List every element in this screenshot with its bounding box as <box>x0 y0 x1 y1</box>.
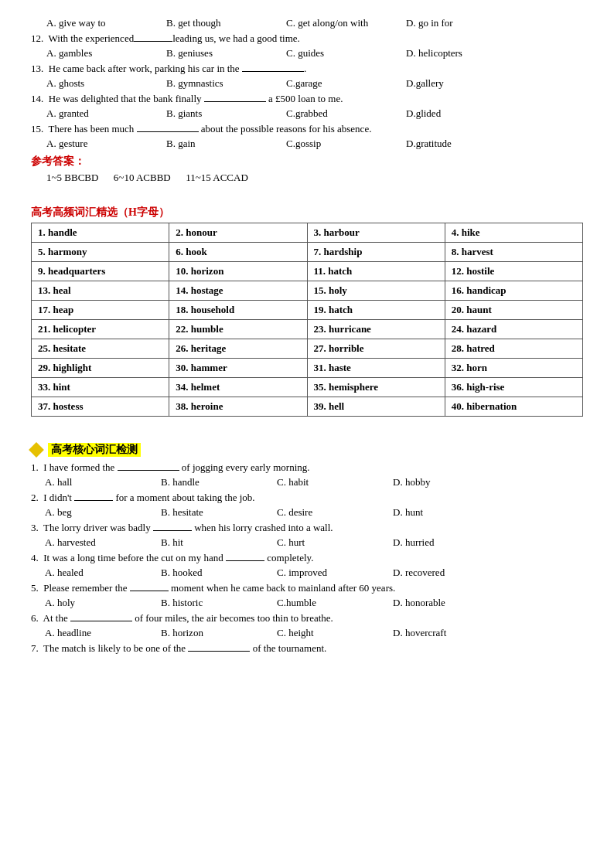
q15-options: A. gesture B. gain C.gossip D.gratitude <box>46 138 583 150</box>
vocab-cell: 22. humble <box>169 320 307 339</box>
vocab-cell: 9. headquarters <box>32 262 169 281</box>
header-options: A. give way to B. get though C. get alon… <box>46 17 583 29</box>
core-header: 高考核心词汇检测 <box>31 443 583 457</box>
vocab-cell: 16. handicap <box>445 281 582 301</box>
vocab-cell: 10. horizon <box>169 262 307 281</box>
vocab-cell: 3. harbour <box>307 223 445 243</box>
vocab-cell: 17. heap <box>32 301 169 320</box>
core-q5: 5. Please remember the moment when he ca… <box>31 582 583 594</box>
q13-options: A. ghosts B. gymnastics C.garage D.galle… <box>46 77 583 90</box>
vocab-cell: 6. hook <box>169 243 307 262</box>
question-13: 13. He came back after work, parking his… <box>31 63 583 75</box>
core-q6-options: A. headline B. horizon C. height D. hove… <box>45 627 583 639</box>
vocab-cell: 38. heroine <box>169 397 307 417</box>
vocab-cell: 36. high-rise <box>445 378 582 397</box>
question-12: 12. With the experiencedleading us, we h… <box>31 32 583 45</box>
vocab-cell: 31. haste <box>307 359 445 378</box>
vocab-cell: 25. hesitate <box>32 339 169 359</box>
vocab-cell: 34. helmet <box>169 378 307 397</box>
answers-line: 1~5 BBCBD 6~10 ACBBD 11~15 ACCAD <box>46 172 583 184</box>
core-q3: 3. The lorry driver was badly when his l… <box>31 522 583 534</box>
option-a: A. give way to <box>46 17 166 29</box>
vocab-cell: 40. hibernation <box>445 397 582 417</box>
core-q1: 1. I have formed the of jogging every ea… <box>31 461 583 474</box>
vocab-cell: 8. harvest <box>445 243 582 262</box>
option-c: C. get along/on with <box>286 17 406 29</box>
question-15: 15. There has been much about the possib… <box>31 123 583 135</box>
vocab-cell: 20. haunt <box>445 301 582 320</box>
core-q1-options: A. hall B. handle C. habit D. hobby <box>45 476 583 488</box>
vocab-cell: 1. handle <box>32 223 169 243</box>
vocab-cell: 11. hatch <box>307 262 445 281</box>
q12-options: A. gambles B. geniuses C. guides D. heli… <box>46 47 583 60</box>
answer-section-title: 参考答案： <box>31 155 583 168</box>
vocab-cell: 29. highlight <box>32 359 169 378</box>
vocab-cell: 24. hazard <box>445 320 582 339</box>
vocab-cell: 13. heal <box>32 281 169 301</box>
vocab-cell: 30. hammer <box>169 359 307 378</box>
vocab-cell: 14. hostage <box>169 281 307 301</box>
vocab-cell: 32. horn <box>445 359 582 378</box>
core-q2-options: A. beg B. hesitate C. desire D. hunt <box>45 506 583 519</box>
vocab-cell: 23. hurricane <box>307 320 445 339</box>
vocab-cell: 12. hostile <box>445 262 582 281</box>
core-q3-options: A. harvested B. hit C. hurt D. hurried <box>45 536 583 549</box>
vocab-section: 高考高频词汇精选（H字母） 1. handle2. honour3. harbo… <box>31 206 583 417</box>
vocab-cell: 15. holy <box>307 281 445 301</box>
questions-section: 12. With the experiencedleading us, we h… <box>31 32 583 150</box>
vocab-cell: 21. helicopter <box>32 320 169 339</box>
core-q4: 4. It was a long time before the cut on … <box>31 552 583 564</box>
vocab-cell: 5. harmony <box>32 243 169 262</box>
core-q7: 7. The match is likely to be one of the … <box>31 642 583 655</box>
option-d: D. go in for <box>406 17 526 29</box>
q14-options: A. granted B. giants C.grabbed D.glided <box>46 107 583 120</box>
diamond-icon <box>29 442 44 458</box>
core-q5-options: A. holy B. historic C.humble D. honorabl… <box>45 597 583 609</box>
question-14: 14. He was delighted that the bank final… <box>31 93 583 105</box>
core-q6: 6. At the of four miles, the air becomes… <box>31 612 583 625</box>
vocab-cell: 33. hint <box>32 378 169 397</box>
vocab-cell: 18. household <box>169 301 307 320</box>
vocab-cell: 35. hemisphere <box>307 378 445 397</box>
option-b: B. get though <box>166 17 286 29</box>
vocab-cell: 28. hatred <box>445 339 582 359</box>
vocab-cell: 27. horrible <box>307 339 445 359</box>
vocab-cell: 39. hell <box>307 397 445 417</box>
vocab-cell: 37. hostess <box>32 397 169 417</box>
core-q2: 2. I didn't for a moment about taking th… <box>31 492 583 504</box>
core-vocab-section: 高考核心词汇检测 1. I have formed the of jogging… <box>31 443 583 655</box>
vocab-cell: 7. hardship <box>307 243 445 262</box>
core-q4-options: A. healed B. hooked C. improved D. recov… <box>45 567 583 579</box>
vocab-cell: 4. hike <box>445 223 582 243</box>
vocab-cell: 2. honour <box>169 223 307 243</box>
vocab-section-title: 高考高频词汇精选（H字母） <box>31 206 583 220</box>
vocab-cell: 26. heritage <box>169 339 307 359</box>
vocab-cell: 19. hatch <box>307 301 445 320</box>
vocab-table: 1. handle2. honour3. harbour4. hike5. ha… <box>31 223 583 417</box>
core-section-title: 高考核心词汇检测 <box>48 443 141 457</box>
